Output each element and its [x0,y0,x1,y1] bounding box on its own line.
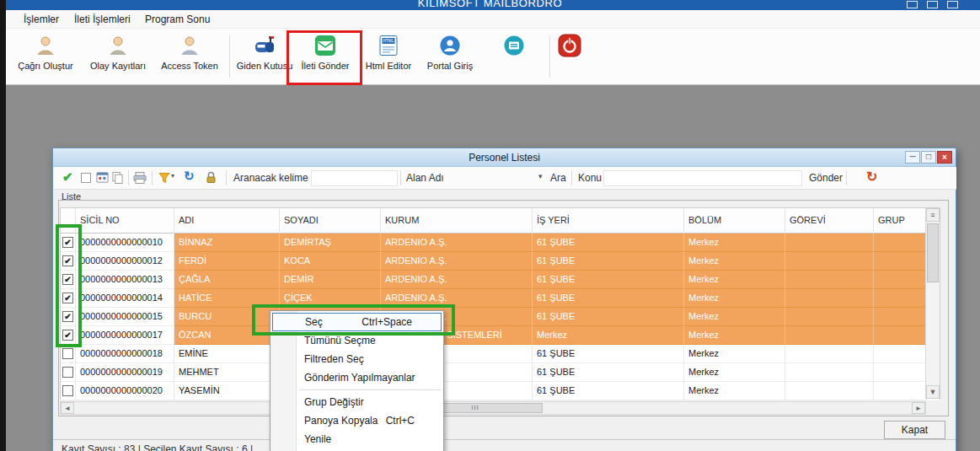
row-checkbox[interactable]: ✔ [61,234,76,252]
cell-sicil: 0000000000000018 [76,345,174,363]
app-maximize-button[interactable] [927,1,938,8]
menu-program-sonu[interactable]: Program Sonu [140,10,215,29]
filter-icon[interactable] [158,172,170,186]
cell-isyeri: 61 ŞUBE [533,252,684,271]
table-row[interactable]: ✔0000000000000013ÇAĞLADEMİRARDENIO A.Ş.6… [61,271,940,289]
select-all-checkbox[interactable] [81,173,91,183]
context-menu-item[interactable]: Gönderim Yapılmayanlar [270,368,443,387]
table-row[interactable]: ✔0000000000000015BURCUARDENIO A.Ş.61 ŞUB… [61,308,940,326]
lock-icon[interactable] [206,171,217,186]
window-titlebar[interactable]: Personel Listesi [53,148,956,167]
vertical-scrollbar[interactable]: ≡ ▼ [925,208,940,399]
window-minimize-button[interactable]: ─ [905,151,920,164]
olay-kayitlari-button[interactable]: Olay Kayıtları [83,33,153,82]
column-header[interactable]: İŞ YERİ [533,208,684,234]
giden-kutusu-button[interactable]: Giden Kutusu [234,33,295,82]
context-menu-item[interactable]: SeçCtrl+Space [272,313,442,331]
row-checkbox[interactable] [61,382,76,400]
column-header[interactable]: KURUM [381,208,533,234]
toolbar-separator [128,170,129,185]
search-input[interactable] [311,170,398,186]
kapat-button[interactable]: Kapat [884,421,945,439]
cell-sicil: 0000000000000012 [76,252,174,271]
filter-dropdown-icon[interactable]: ▾ [171,172,174,180]
column-header[interactable]: SOYADI [280,208,381,234]
html-editor-button[interactable]: HTML Html Editor [361,33,416,82]
toolbar-button-label: İleti Gönder [302,61,350,71]
row-checkbox[interactable] [61,345,76,363]
cell-bolum: Merkez [684,363,785,382]
confirm-check-icon[interactable]: ✔ [62,169,73,185]
cagri-olustur-button[interactable]: Çağrı Oluştur [10,33,81,82]
lisans-bilgisi-button[interactable] [482,33,546,82]
toolbar-button-label: Çağrı Oluştur [18,61,72,71]
ileti-gonder-button[interactable]: İleti Gönder [293,33,357,82]
context-menu-item[interactable]: Yenile [270,430,443,448]
row-checkbox[interactable]: ✔ [61,308,76,326]
menu-item-label: Grup Değiştir [304,396,364,408]
toolbar-separator [400,170,401,185]
table-row[interactable]: ✔0000000000000017ÖZCAN SİSTEMLERİMerkezM… [61,326,940,345]
column-header[interactable]: ADI [174,208,280,234]
table-row[interactable]: 0000000000000020YASEMİN61 ŞUBEMerkez [61,382,940,400]
cell-gorevi [785,271,874,289]
toolbar-separator [549,35,550,78]
column-header[interactable]: BÖLÜM [684,208,785,234]
cell-isyeri: 61 ŞUBE [533,271,684,289]
cell-gorevi [785,382,874,400]
ara-button[interactable]: Ara [550,167,566,190]
scroll-right-icon[interactable]: ► [912,402,925,414]
scrollbar-thumb[interactable] [927,223,939,282]
table-row[interactable]: ✔0000000000000014HATİCEÇİÇEKARDENIO A.Ş.… [61,289,940,308]
refresh-icon[interactable]: ↻ [184,169,195,184]
gonder-button[interactable]: Gönder [809,167,843,190]
cell-adi: ÖZCAN [174,326,280,345]
row-checkbox[interactable]: ✔ [61,252,76,271]
row-checkbox[interactable] [61,363,76,382]
menu-islemler[interactable]: İşlemler [19,10,64,29]
print-icon[interactable] [133,171,147,187]
checkbox-icon [62,348,73,359]
checkbox-icon: ✔ [62,293,73,303]
horizontal-scrollbar[interactable]: ◄ III ► [60,401,926,415]
context-menu-item[interactable]: Panoya KopyalaCtrl+C [270,411,443,430]
chevron-down-icon[interactable]: ▾ [538,172,543,180]
konu-input[interactable] [603,170,802,186]
menu-separator [299,389,441,390]
table-row[interactable]: ✔0000000000000012FERDİKOCAARDENIO A.Ş.61… [61,252,940,271]
column-header[interactable]: GÖREVİ [785,208,874,234]
row-checkbox[interactable]: ✔ [61,326,76,345]
scroll-left-icon[interactable]: ◄ [61,402,74,414]
scroll-down-icon[interactable]: ▼ [926,385,940,399]
cell-gorevi [785,252,874,271]
access-token-button[interactable]: Access Token [155,33,224,82]
status-bar: Kayıt Sayısı : 83 | Seçilen Kayıt Sayısı… [53,439,956,451]
window-close-button[interactable]: × [937,151,952,164]
menu-item-shortcut: Ctrl+C [386,411,415,430]
row-checkbox[interactable]: ✔ [61,271,76,289]
cell-gorevi [785,326,874,345]
contacts-icon[interactable] [96,171,109,186]
app-minimize-button[interactable] [907,1,918,8]
menu-ileti-islemleri[interactable]: İleti İşlemleri [69,10,136,29]
window-maximize-button[interactable]: □ [921,151,936,164]
context-menu-item[interactable]: Tümünü Seçme [270,331,443,350]
table-row[interactable]: 0000000000000018EMİNE61 ŞUBEMerkez [61,345,940,363]
send-refresh-icon[interactable]: ↻ [866,169,877,185]
column-header[interactable]: GRUP [874,208,927,234]
exit-button[interactable] [554,33,585,82]
field-name-combo[interactable]: Alan Adı [406,167,444,190]
table-row[interactable]: 0000000000000019MEHMET61 ŞUBEMerkez [61,363,940,382]
copy-icon[interactable] [111,171,124,186]
personel-listesi-window: Personel Listesi ─ □ × ✔ ▾ ↻ Aranacak ke… [52,148,956,451]
app-close-button[interactable] [947,1,958,8]
column-header[interactable]: SİCİL NO [76,208,174,234]
context-menu-item[interactable]: Filtreden Seç [270,350,443,368]
table-row[interactable]: ✔0000000000000010BİNNAZDEMİRTAŞARDENIO A… [61,234,940,252]
scrollbar-menu-icon[interactable]: ≡ [926,208,940,222]
row-checkbox[interactable]: ✔ [61,289,76,308]
context-menu-item[interactable]: Grup Değiştir [270,393,443,411]
svg-text:HTML: HTML [383,39,394,43]
cell-adi: YASEMİN [174,382,280,400]
portal-giris-button[interactable]: Portal Giriş [420,33,480,82]
